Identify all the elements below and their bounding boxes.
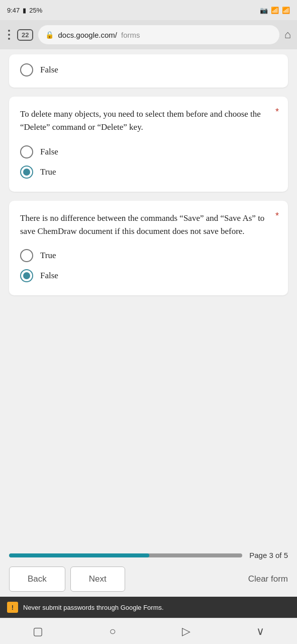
nav-chevron-icon[interactable]: ∨ xyxy=(256,625,264,638)
required-star-q1: * xyxy=(275,107,279,117)
next-button[interactable]: Next xyxy=(70,567,125,592)
camera-icon: 📷 xyxy=(260,7,268,14)
url-bar[interactable]: 🔒 docs.google.com/forms xyxy=(38,25,279,44)
status-left: 9:47 ▮ 25% xyxy=(7,7,42,14)
warning-bar: ! Never submit passwords through Google … xyxy=(0,597,297,618)
question1-text: To delete many objects, you need to sele… xyxy=(20,108,277,134)
radio-q2-false[interactable] xyxy=(20,269,33,282)
option-label-q2-true: True xyxy=(40,251,56,261)
option-row-q1-true[interactable]: True xyxy=(20,166,277,179)
button-row: Back Next Clear form xyxy=(9,567,288,592)
option-row-q2-false[interactable]: False xyxy=(20,269,277,282)
radio-inner-q2-false xyxy=(23,272,30,279)
warning-icon: ! xyxy=(7,602,18,613)
radio-q1-false[interactable] xyxy=(20,145,33,158)
status-bar: 9:47 ▮ 25% 📷 📶 📶 xyxy=(0,0,297,20)
progress-label: Page 3 of 5 xyxy=(249,551,288,559)
tab-count-badge[interactable]: 22 xyxy=(17,29,33,41)
nav-home-icon[interactable]: ○ xyxy=(109,625,116,638)
warning-text: Never submit passwords through Google Fo… xyxy=(23,604,164,611)
status-right: 📷 📶 📶 xyxy=(260,7,290,14)
radio-inner-q1-true xyxy=(23,169,30,176)
android-nav-bar: ▢ ○ ▷ ∨ xyxy=(0,618,297,644)
option-row-q2-true[interactable]: True xyxy=(20,249,277,262)
radio-false-partial[interactable] xyxy=(20,63,33,76)
battery-percent: 25% xyxy=(29,7,42,14)
option-label-false-partial: False xyxy=(40,65,58,75)
progress-track xyxy=(9,553,242,557)
partial-question-card: False xyxy=(9,54,288,88)
option-label-q1-true: True xyxy=(40,167,56,177)
nav-back-icon[interactable]: ▢ xyxy=(33,625,43,638)
back-button[interactable]: Back xyxy=(9,567,65,592)
progress-fill xyxy=(9,553,149,557)
progress-section: Page 3 of 5 xyxy=(9,551,288,559)
option-row-false-partial[interactable]: False xyxy=(20,63,277,76)
option-label-q2-false: False xyxy=(40,271,58,281)
radio-q1-true[interactable] xyxy=(20,166,33,179)
browser-bar: 22 🔒 docs.google.com/forms ⌂ xyxy=(0,20,297,49)
footer-area: Page 3 of 5 Back Next Clear form xyxy=(0,546,297,597)
signal-icon: 📶 xyxy=(282,7,290,14)
url-suffix: forms xyxy=(121,31,140,39)
question2-card: * There is no difference between the com… xyxy=(9,201,288,296)
home-icon[interactable]: ⌂ xyxy=(284,28,291,41)
clear-form-button[interactable]: Clear form xyxy=(248,567,288,591)
lock-icon: 🔒 xyxy=(45,31,54,39)
option-label-q1-false: False xyxy=(40,147,58,157)
url-prefix: docs.google.com/ xyxy=(58,31,117,39)
required-star-q2: * xyxy=(275,211,279,221)
nav-recents-icon[interactable]: ▷ xyxy=(182,625,190,638)
question1-card: * To delete many objects, you need to se… xyxy=(9,97,288,192)
menu-button[interactable] xyxy=(6,28,12,42)
option-row-q1-false[interactable]: False xyxy=(20,145,277,158)
radio-q2-true[interactable] xyxy=(20,249,33,262)
main-content: False * To delete many objects, you need… xyxy=(0,49,297,546)
time-display: 9:47 xyxy=(7,7,20,14)
question2-text: There is no difference between the comma… xyxy=(20,212,277,238)
battery-icon: ▮ xyxy=(23,7,26,14)
wifi-icon: 📶 xyxy=(271,7,279,14)
